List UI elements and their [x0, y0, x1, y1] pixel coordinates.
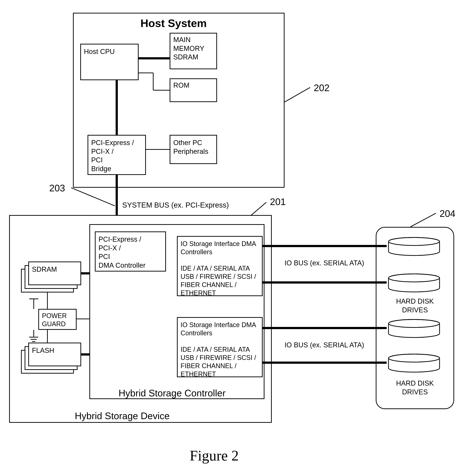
- hdd-cylinder-1: [387, 237, 441, 257]
- hdd-cylinder-4: [387, 354, 441, 374]
- svg-line-21: [410, 213, 436, 227]
- figure-caption: Figure 2: [190, 446, 239, 465]
- io-bus-label-2: IO BUS (ex. SERIAL ATA): [285, 341, 364, 349]
- hdd-cylinder-3: [387, 319, 441, 339]
- io-bus-label-1: IO BUS (ex. SERIAL ATA): [285, 259, 364, 268]
- hdd-label-1: HARD DISK DRIVES: [392, 297, 438, 314]
- hdd-cylinder-2: [387, 273, 441, 293]
- diagram-canvas: Host System Host CPU MAIN MEMORY SDRAM R…: [0, 0, 462, 476]
- hdd-label-2: HARD DISK DRIVES: [392, 379, 438, 396]
- callout-204: 204: [440, 208, 455, 220]
